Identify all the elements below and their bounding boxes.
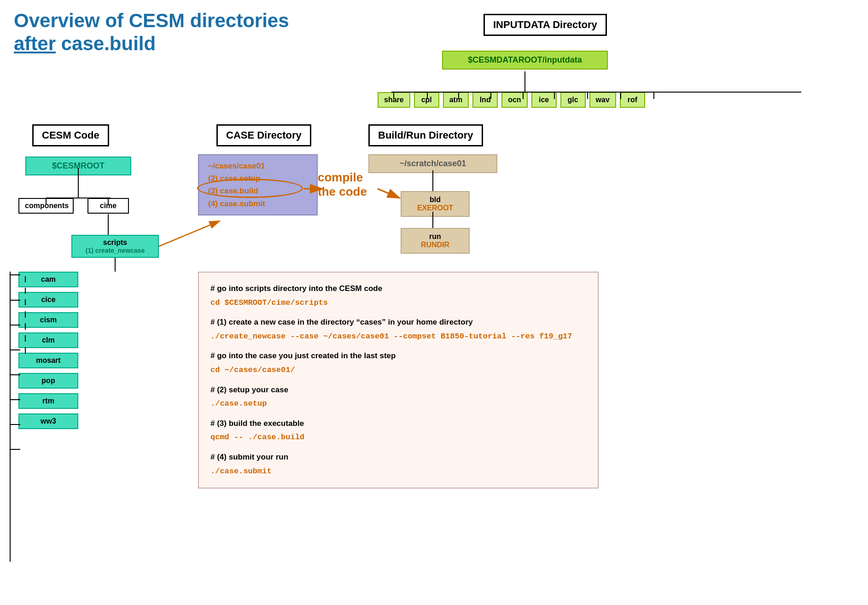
comment4: # (2) setup your case [210,383,586,397]
inputdata-sub-wav: wav [589,92,616,108]
inputdata-sub-ice: ice [531,92,557,108]
inputdata-sub-cpl: cpl [414,92,439,108]
inputdata-sub-atm: atm [443,92,469,108]
case-build-oval [197,179,303,198]
comp-pop: pop [18,373,78,389]
cime-box: cime [87,198,129,214]
code4: ./case.setup [210,397,586,411]
exeroot-label: EXEROOT [411,204,460,212]
title-underline: after [14,33,56,54]
case-dir-line4: (4) case.submit [208,198,308,210]
title-line1: Overview of CESM directories [14,9,289,32]
comment2: # (1) create a new case in the directory… [210,315,586,330]
cesmroot-box: $CESMROOT [25,157,131,175]
case-dir-line1: ~/cases/case01 [208,160,308,172]
bld-label: bld [411,196,460,204]
code3: cd ~/cases/case01/ [210,363,586,378]
inputdata-label: INPUTDATA Directory [484,14,607,36]
inputdata-sub-share: share [378,92,410,108]
inputdata-root: $CESMDATAROOT/inputdata [442,51,608,70]
title-line2: after case.build [14,32,289,55]
run-label: run [411,233,460,241]
code2: ./create_newcase --case ~/cases/case01 -… [210,330,586,344]
compile-line1: compile [318,170,367,185]
components-box: components [18,198,74,214]
run-box: run RUNDIR [401,228,470,254]
comment6: # (4) submit your run [210,450,586,465]
case-dir-label: CASE Directory [216,124,311,146]
comp-rtm: rtm [18,393,78,409]
rundir-label: RUNDIR [411,241,460,249]
inputdata-sub-ocn: ocn [501,92,527,108]
comp-cice: cice [18,292,78,308]
comp-boxes: cam cice cism clm mosart pop rtm ww3 [18,272,78,429]
bld-box: bld EXEROOT [401,191,470,217]
inputdata-sub-rof: rof [620,92,645,108]
comment5: # (3) build the executable [210,417,586,431]
cesm-code-label: CESM Code [32,124,109,146]
comment3: # go into the case you just created in t… [210,349,586,363]
buildrun-label: Build/Run Directory [368,124,483,146]
comp-clm: clm [18,332,78,348]
page-title: Overview of CESM directories after case.… [14,9,289,56]
comment1: # go into scripts directory into the CES… [210,282,586,296]
comp-cism: cism [18,312,78,328]
comp-ww3: ww3 [18,413,78,429]
compile-label: compile the code [318,170,367,199]
code5: qcmd -- ./case.build [210,430,586,445]
comp-cam: cam [18,272,78,287]
code-block: # go into scripts directory into the CES… [198,272,599,489]
inputdata-subs: share cpl atm lnd ocn ice glc wav rof [378,92,645,108]
svg-line-17 [159,221,220,246]
code1: cd $CESMROOT/cime/scripts [210,296,586,310]
scripts-label: scripts [79,239,151,247]
inputdata-sub-glc: glc [560,92,586,108]
inputdata-sub-lnd: lnd [472,92,498,108]
svg-line-19 [378,189,400,198]
scripts-sub-label: (1) create_newcase [79,247,151,254]
scripts-box: scripts (1) create_newcase [71,235,159,258]
code6: ./case.submit [210,465,586,479]
scratch-box: ~/scratch/case01 [368,154,497,173]
compile-line2: the code [318,185,367,199]
comp-mosart: mosart [18,353,78,368]
